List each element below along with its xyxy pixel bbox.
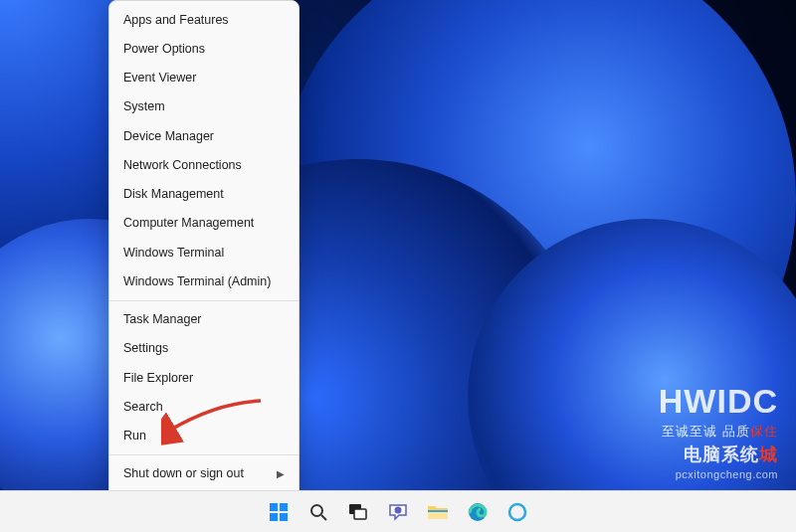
watermark-domain: pcxitongcheng.com [659, 468, 778, 480]
watermark-tagline: 至诚至诚 品质保住 [659, 423, 778, 441]
menu-item-search[interactable]: Search [109, 392, 298, 421]
menu-item-windows-terminal[interactable]: Windows Terminal [109, 238, 298, 266]
desktop-wallpaper: Apps and Features Power Options Event Vi… [0, 0, 796, 532]
menu-item-apps-and-features[interactable]: Apps and Features [109, 5, 298, 34]
svg-rect-1 [270, 503, 278, 511]
menu-label: Event Viewer [123, 70, 196, 86]
menu-label: File Explorer [123, 370, 193, 386]
menu-item-windows-terminal-admin[interactable]: Windows Terminal (Admin) [109, 266, 298, 295]
menu-separator [109, 454, 298, 455]
file-explorer-icon[interactable] [425, 499, 451, 525]
cortana-icon[interactable] [504, 499, 530, 525]
menu-label: Run [123, 428, 146, 443]
svg-rect-2 [280, 503, 288, 511]
menu-item-device-manager[interactable]: Device Manager [109, 121, 298, 150]
menu-label: Task Manager [123, 311, 202, 327]
menu-item-task-manager[interactable]: Task Manager [109, 305, 298, 334]
menu-label: System [123, 98, 165, 114]
menu-item-run[interactable]: Run [109, 422, 298, 450]
menu-separator [109, 300, 298, 301]
edge-icon[interactable] [465, 499, 491, 525]
menu-label: Device Manager [123, 128, 214, 144]
svg-point-13 [509, 504, 525, 520]
svg-rect-3 [270, 513, 278, 521]
menu-label: Computer Management [123, 215, 254, 231]
start-icon[interactable] [266, 499, 292, 525]
watermark-logo: HWIDC [659, 382, 778, 421]
menu-label: Apps and Features [123, 12, 229, 28]
menu-label: Windows Terminal (Admin) [123, 273, 271, 289]
task-view-icon[interactable] [345, 499, 371, 525]
chat-icon[interactable] [385, 499, 411, 525]
menu-item-settings[interactable]: Settings [109, 334, 298, 363]
menu-item-system[interactable]: System [109, 92, 298, 121]
search-icon[interactable] [305, 499, 331, 525]
taskbar [0, 490, 796, 532]
menu-label: Power Options [123, 41, 205, 57]
menu-label: Windows Terminal [123, 245, 224, 261]
watermark-brand: 电脑系统城 [659, 443, 778, 466]
svg-rect-11 [428, 510, 448, 512]
menu-item-computer-management[interactable]: Computer Management [109, 209, 298, 238]
svg-rect-4 [280, 513, 288, 521]
menu-label: Network Connections [123, 157, 242, 173]
winx-context-menu: Apps and Features Power Options Event Vi… [108, 0, 299, 522]
svg-line-6 [321, 515, 326, 520]
menu-label: Disk Management [123, 186, 224, 202]
menu-label: Search [123, 399, 163, 415]
menu-label: Settings [123, 340, 168, 356]
menu-item-disk-management[interactable]: Disk Management [109, 180, 298, 209]
watermark: HWIDC 至诚至诚 品质保住 电脑系统城 pcxitongcheng.com [659, 382, 778, 480]
menu-item-event-viewer[interactable]: Event Viewer [109, 64, 298, 92]
menu-item-power-options[interactable]: Power Options [109, 34, 298, 63]
chevron-right-icon: ▶ [277, 467, 285, 480]
menu-item-shut-down-or-sign-out[interactable]: Shut down or sign out ▶ [109, 459, 298, 488]
svg-point-5 [311, 505, 322, 516]
svg-rect-8 [354, 509, 366, 519]
menu-label: Shut down or sign out [123, 465, 244, 481]
menu-item-file-explorer[interactable]: File Explorer [109, 363, 298, 392]
menu-item-network-connections[interactable]: Network Connections [109, 150, 298, 179]
svg-point-9 [395, 506, 402, 513]
